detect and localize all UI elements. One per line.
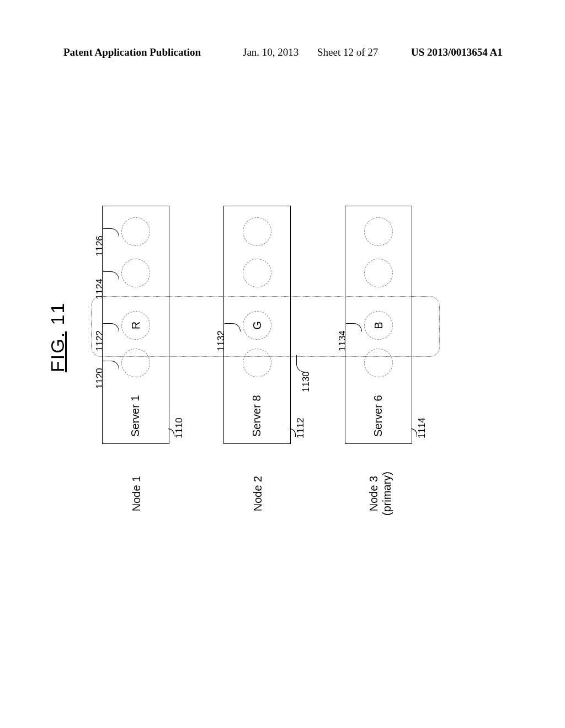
node-1-name: Node 1 xyxy=(130,476,142,512)
figure-title: FIG. 11 xyxy=(47,302,68,372)
server8-slot1 xyxy=(243,349,271,377)
ref-1122: 1122 xyxy=(94,330,105,351)
lead-1130 xyxy=(296,355,305,372)
ref-1120: 1120 xyxy=(94,368,105,389)
figure-title-prefix: FIG. xyxy=(47,331,68,372)
node-1-label: Node 1 xyxy=(130,466,143,521)
server8-slot4 xyxy=(243,217,271,246)
server8-slot3 xyxy=(243,259,271,287)
server-8-name: Server 8 xyxy=(250,395,263,437)
node-2-label: Node 2 xyxy=(251,466,264,521)
server6-slot1 xyxy=(364,349,393,377)
ref-1132: 1132 xyxy=(216,330,227,351)
server6-slot3 xyxy=(364,259,393,287)
node-2-name: Node 2 xyxy=(252,476,264,512)
node-3-name: Node 3 xyxy=(367,476,380,512)
server6-slot4 xyxy=(364,217,393,246)
patent-figure-page: Patent Application Publication Jan. 10, … xyxy=(0,0,565,728)
header-date: Jan. 10, 2013 xyxy=(243,46,299,58)
server1-slot4 xyxy=(121,217,150,246)
header-sheet: Sheet 12 of 27 xyxy=(317,46,378,58)
ref-1110: 1110 xyxy=(174,417,185,438)
server-1-name: Server 1 xyxy=(129,395,142,437)
ref-1126: 1126 xyxy=(94,235,105,256)
ref-1134: 1134 xyxy=(337,330,348,351)
server1-slot3 xyxy=(121,259,150,287)
server-6-name: Server 6 xyxy=(372,395,385,437)
server6-slot2-B: B xyxy=(364,311,393,340)
figure-title-number: 11 xyxy=(47,302,68,325)
ref-1130: 1130 xyxy=(301,371,312,392)
server1-slot2-R: R xyxy=(121,311,150,340)
ref-1112: 1112 xyxy=(295,417,306,438)
header-docnum: US 2013/0013654 A1 xyxy=(411,46,503,58)
ref-1124: 1124 xyxy=(94,279,105,299)
node-3-sub: (primary) xyxy=(381,472,393,516)
server1-slot1 xyxy=(121,349,150,377)
node-3-label: Node 3 (primary) xyxy=(367,466,393,521)
server8-slot2-G: G xyxy=(243,311,271,340)
ref-1114: 1114 xyxy=(417,417,428,438)
figure-11: FIG. 11 Node 1 Node 2 Node 3 (primary) S… xyxy=(63,163,461,521)
header-publication: Patent Application Publication xyxy=(63,46,201,58)
